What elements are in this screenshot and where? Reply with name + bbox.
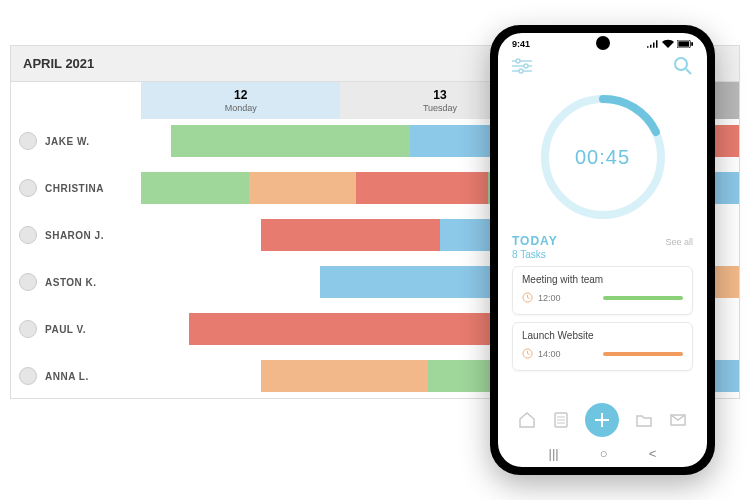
phone-notch: [596, 36, 610, 50]
task-time: 14:00: [538, 349, 561, 359]
task-card[interactable]: Launch Website 14:00: [512, 322, 693, 371]
schedule-bar[interactable]: [356, 172, 488, 204]
folder-icon[interactable]: [635, 411, 653, 429]
phone-mockup: 9:41: [490, 25, 715, 475]
svg-line-10: [686, 69, 691, 74]
timer-widget[interactable]: 00:45: [498, 84, 707, 234]
schedule-bar[interactable]: [171, 125, 410, 157]
wifi-icon: [662, 39, 674, 50]
staff-label: PAUL V.: [11, 320, 141, 338]
svg-rect-2: [691, 42, 693, 46]
clock-icon: [522, 289, 533, 307]
schedule-bar[interactable]: [715, 360, 739, 392]
staff-name: JAKE W.: [45, 136, 90, 147]
staff-label: CHRISTINA: [11, 179, 141, 197]
see-all-link[interactable]: See all: [665, 237, 693, 247]
staff-label: JAKE W.: [11, 132, 141, 150]
svg-point-9: [675, 58, 687, 70]
svg-point-4: [516, 59, 520, 63]
staff-name: SHARON J.: [45, 230, 104, 241]
task-count: 8 Tasks: [512, 249, 693, 260]
task-card[interactable]: Meeting with team 12:00: [512, 266, 693, 315]
day-header-monday[interactable]: 12 Monday: [141, 82, 340, 119]
schedule-bar[interactable]: [141, 172, 249, 204]
schedule-bar[interactable]: [261, 360, 428, 392]
schedule-bar[interactable]: [715, 172, 739, 204]
task-progress-bar: [603, 296, 683, 300]
android-home-icon[interactable]: ○: [600, 446, 608, 461]
mail-icon[interactable]: [669, 411, 687, 429]
list-icon[interactable]: [552, 411, 570, 429]
bottom-nav: [498, 397, 707, 441]
staff-name: ANNA L.: [45, 371, 89, 382]
filter-sliders-icon[interactable]: [512, 58, 532, 74]
svg-rect-1: [678, 41, 689, 46]
clock-icon: [522, 345, 533, 363]
avatar: [19, 132, 37, 150]
day-name: Monday: [225, 103, 257, 113]
battery-icon: [677, 40, 693, 50]
task-time: 12:00: [538, 293, 561, 303]
staff-label: ANNA L.: [11, 367, 141, 385]
search-icon[interactable]: [673, 56, 693, 76]
avatar: [19, 367, 37, 385]
staff-label: ASTON K.: [11, 273, 141, 291]
svg-point-8: [519, 69, 523, 73]
home-icon[interactable]: [518, 411, 536, 429]
svg-point-6: [524, 64, 528, 68]
schedule-bar[interactable]: [715, 125, 739, 157]
timer-value: 00:45: [550, 104, 656, 210]
staff-label: SHARON J.: [11, 226, 141, 244]
staff-name: CHRISTINA: [45, 183, 104, 194]
android-back-icon[interactable]: <: [649, 446, 657, 461]
avatar: [19, 179, 37, 197]
add-button[interactable]: [585, 403, 619, 437]
task-title: Meeting with team: [522, 274, 683, 285]
staff-name: ASTON K.: [45, 277, 97, 288]
android-recent-icon[interactable]: |||: [549, 446, 559, 461]
android-nav-bar: ||| ○ <: [498, 441, 707, 467]
today-heading: TODAY: [512, 234, 558, 248]
task-progress-bar: [603, 352, 683, 356]
avatar: [19, 273, 37, 291]
day-name: Tuesday: [423, 103, 457, 113]
signal-icon: [647, 40, 659, 50]
status-time: 9:41: [512, 39, 530, 50]
task-title: Launch Website: [522, 330, 683, 341]
day-num: 12: [141, 88, 340, 102]
staff-name: PAUL V.: [45, 324, 86, 335]
schedule-bar[interactable]: [261, 219, 440, 251]
schedule-bar[interactable]: [249, 172, 357, 204]
avatar: [19, 320, 37, 338]
avatar: [19, 226, 37, 244]
